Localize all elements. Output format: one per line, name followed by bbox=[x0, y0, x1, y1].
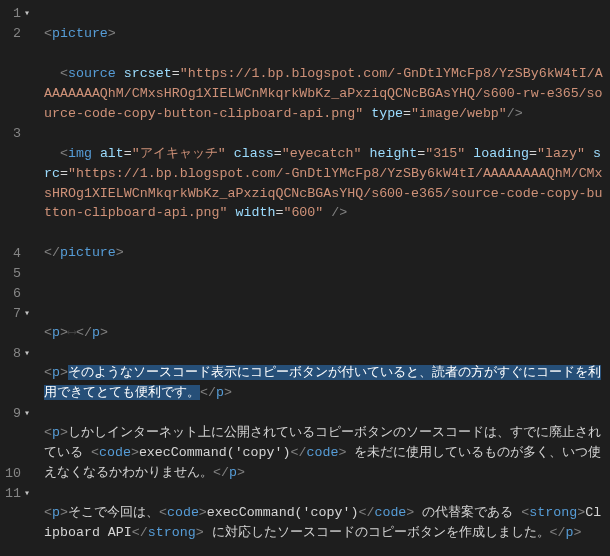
selected-text[interactable]: そのようなソースコード表示にコピーボタンが付いていると、読者の方がすぐにコードを… bbox=[44, 365, 601, 400]
line-number[interactable]: 1▾ bbox=[0, 4, 32, 24]
line-number[interactable]: 10▾ bbox=[0, 464, 32, 484]
code-content[interactable]: <picture> <source srcset="https://1.bp.b… bbox=[40, 0, 610, 556]
code-editor: 1▾ 2▾ 3▾ 4▾ 5▾ 6▾ 7▾ 8▾ 9▾ 10▾ 11▾ <pict… bbox=[0, 0, 610, 556]
line-number[interactable]: 2▾ bbox=[0, 24, 32, 124]
line-number[interactable]: 3▾ bbox=[0, 124, 32, 244]
line-number[interactable]: 11▾ bbox=[0, 484, 32, 504]
line-number[interactable]: 5▾ bbox=[0, 264, 32, 284]
fold-icon[interactable]: ▾ bbox=[21, 486, 30, 501]
code-line[interactable]: <source srcset="https://1.bp.blogspot.co… bbox=[44, 64, 604, 124]
line-number[interactable]: 8▾ bbox=[0, 344, 32, 404]
line-number[interactable]: 4▾ bbox=[0, 244, 32, 264]
code-line[interactable]: <picture> bbox=[44, 24, 604, 44]
code-line[interactable]: <p>⟷</p> bbox=[44, 323, 604, 343]
code-line[interactable] bbox=[44, 283, 604, 303]
line-number[interactable]: 9▾ bbox=[0, 404, 32, 464]
fold-icon[interactable]: ▾ bbox=[21, 306, 30, 321]
code-line[interactable]: <p>そのようなソースコード表示にコピーボタンが付いていると、読者の方がすぐにコ… bbox=[44, 363, 604, 403]
code-line[interactable]: </picture> bbox=[44, 243, 604, 263]
fold-icon[interactable]: ▾ bbox=[21, 346, 30, 361]
fold-icon[interactable]: ▾ bbox=[21, 6, 30, 21]
line-number[interactable]: 7▾ bbox=[0, 304, 32, 344]
fold-icon[interactable]: ▾ bbox=[21, 406, 30, 421]
code-line[interactable]: <img alt="アイキャッチ" class="eyecatch" heigh… bbox=[44, 144, 604, 224]
whitespace-marker: ⟷ bbox=[68, 325, 76, 340]
line-gutter: 1▾ 2▾ 3▾ 4▾ 5▾ 6▾ 7▾ 8▾ 9▾ 10▾ 11▾ bbox=[0, 0, 40, 556]
code-line[interactable]: <p>そこで今回は、<code>execCommand('copy')</cod… bbox=[44, 503, 604, 543]
line-number[interactable]: 6▾ bbox=[0, 284, 32, 304]
code-line[interactable]: <p>しかしインターネット上に公開されているコピーボタンのソースコードは、すでに… bbox=[44, 423, 604, 483]
